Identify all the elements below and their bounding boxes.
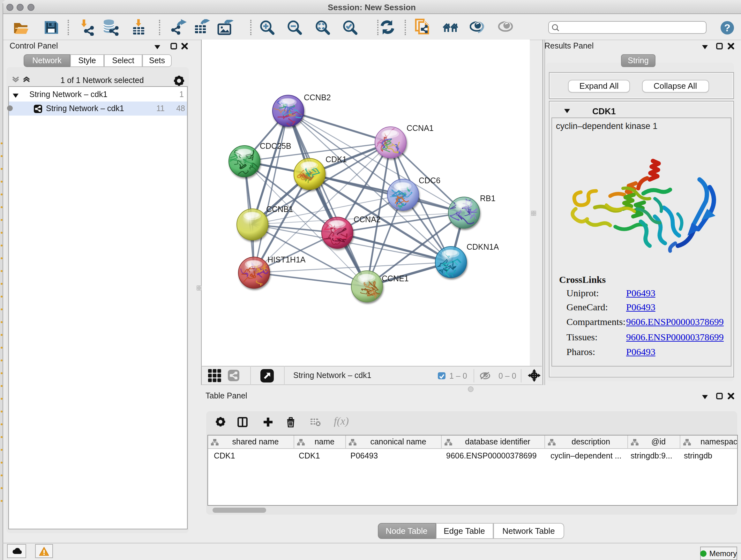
svg-text:CDC6: CDC6	[419, 176, 441, 185]
svg-text:CCNB1: CCNB1	[266, 205, 293, 213]
svg-text:CDKN1A: CDKN1A	[467, 242, 499, 251]
svg-text:HIST1H1A: HIST1H1A	[267, 255, 306, 264]
svg-text:CDK1: CDK1	[326, 155, 347, 164]
svg-text:CCNA2: CCNA2	[354, 215, 381, 224]
svg-text:CCNA1: CCNA1	[407, 124, 434, 132]
svg-text:CCNB2: CCNB2	[304, 93, 331, 102]
svg-text:RB1: RB1	[480, 194, 495, 203]
svg-text:CDC25B: CDC25B	[260, 141, 291, 150]
svg-text:CCNE1: CCNE1	[382, 274, 409, 283]
